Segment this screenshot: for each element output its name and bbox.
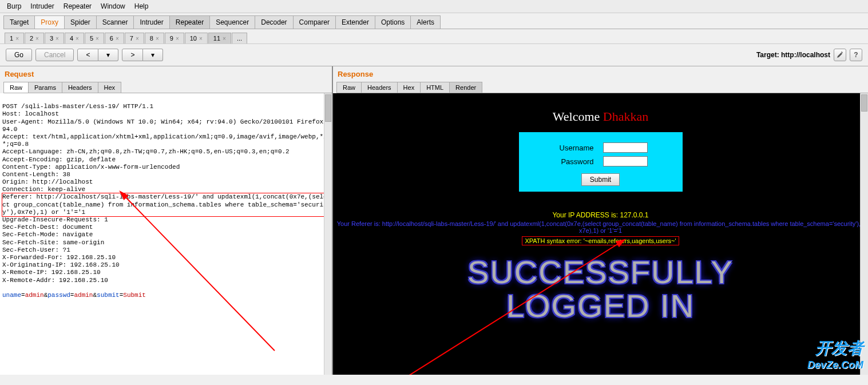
back-group: < ▾ <box>77 49 118 61</box>
back-dropdown-button[interactable]: ▾ <box>98 49 118 61</box>
request-post: Upgrade-Insecure-Requests: 1 Sec-Fetch-D… <box>2 216 120 284</box>
watermark: 开发者 DevZe.CoM <box>807 338 863 371</box>
request-title: Request <box>0 66 332 82</box>
repeater-tab-3[interactable]: 3× <box>45 33 64 43</box>
repeater-tab-9[interactable]: 9× <box>165 33 184 43</box>
request-view-params[interactable]: Params <box>28 82 62 93</box>
repeater-tab-1[interactable]: 1× <box>5 33 24 43</box>
close-icon[interactable]: × <box>116 35 119 42</box>
response-view-raw[interactable]: Raw <box>336 82 362 93</box>
repeater-tab-...[interactable]: ... <box>232 33 247 43</box>
param-uname: uname <box>2 292 21 299</box>
help-button[interactable]: ? <box>850 49 862 61</box>
response-view-headers[interactable]: Headers <box>361 82 398 93</box>
tab-decoder[interactable]: Decoder <box>255 15 293 29</box>
request-view-raw[interactable]: Raw <box>3 82 29 93</box>
request-scrollbar[interactable] <box>324 93 332 375</box>
request-view-tabs: RawParamsHeadersHex <box>3 82 332 93</box>
close-icon[interactable]: × <box>35 35 39 42</box>
repeater-tab-5[interactable]: 5× <box>85 33 104 43</box>
dhakkan: Dhakkan <box>603 109 648 124</box>
repeater-tab-8[interactable]: 8× <box>145 33 164 43</box>
close-icon[interactable]: × <box>76 35 79 42</box>
repeater-tab-2[interactable]: 2× <box>25 33 44 43</box>
main-tab-bar: TargetProxySpiderScannerIntruderRepeater… <box>3 15 868 29</box>
cancel-button[interactable]: Cancel <box>35 49 74 61</box>
menu-bar: Burp Intruder Repeater Window Help <box>0 0 868 13</box>
param-passwd: passwd <box>47 292 70 299</box>
response-render: Welcome Dhakkan Username Password Submit… <box>333 93 868 375</box>
val-submit: Submit <box>123 292 146 299</box>
request-view-hex[interactable]: Hex <box>98 82 122 93</box>
repeater-sub-tabs: 1×2×3×4×5×6×7×8×9×10×11×... <box>5 33 868 43</box>
menu-burp[interactable]: Burp <box>5 1 23 11</box>
menu-window[interactable]: Window <box>98 1 128 11</box>
svg-line-0 <box>125 196 275 351</box>
go-button[interactable]: Go <box>6 49 32 61</box>
close-icon[interactable]: × <box>96 35 99 42</box>
question-icon: ? <box>854 51 858 59</box>
back-button[interactable]: < <box>77 49 98 61</box>
close-icon[interactable]: × <box>176 35 179 42</box>
repeater-tab-11[interactable]: 11× <box>208 33 231 43</box>
toolbar: Go Cancel < ▾ > ▾ Target: http://localho… <box>0 43 868 66</box>
param-submit: submit <box>97 292 120 299</box>
password-input[interactable] <box>603 156 648 166</box>
edit-target-button[interactable] <box>834 49 846 61</box>
tab-proxy[interactable]: Proxy <box>34 15 65 29</box>
xpath-error-box: XPATH syntax error: '~emails,referers,ua… <box>522 236 679 245</box>
response-view-html[interactable]: HTML <box>420 82 450 93</box>
panels: Request RawParamsHeadersHex POST /sqli-l… <box>0 66 868 375</box>
ip-line: Your IP ADDRESS is: 127.0.0.1 <box>333 211 868 219</box>
val-admin2: admin <box>74 292 93 299</box>
username-input[interactable] <box>603 142 648 153</box>
response-panel: Response RawHeadersHexHTMLRender Welcome… <box>333 66 868 375</box>
login-submit-button[interactable]: Submit <box>581 173 620 186</box>
pencil-icon <box>837 51 843 58</box>
close-icon[interactable]: × <box>136 35 139 42</box>
response-view-hex[interactable]: Hex <box>397 82 421 93</box>
tab-options[interactable]: Options <box>375 15 411 29</box>
close-icon[interactable]: × <box>223 35 226 42</box>
request-referer-highlight: Referer: http://localhost/sqli-labs-mast… <box>2 193 330 216</box>
forward-button[interactable]: > <box>122 49 143 61</box>
tab-comparer[interactable]: Comparer <box>293 15 336 29</box>
forward-group: > ▾ <box>122 49 163 61</box>
welcome-text: Welcome Dhakkan <box>333 93 868 124</box>
close-icon[interactable]: × <box>156 35 159 42</box>
referer-line: Your Referer is: http://localhost/sqli-l… <box>333 220 868 234</box>
response-title: Response <box>333 66 868 82</box>
response-scrollbar[interactable] <box>860 93 868 375</box>
repeater-tab-10[interactable]: 10× <box>185 33 208 43</box>
login-box: Username Password Submit <box>519 132 683 192</box>
tab-spider[interactable]: Spider <box>64 15 97 29</box>
repeater-tab-7[interactable]: 7× <box>125 33 144 43</box>
tab-alerts[interactable]: Alerts <box>410 15 441 29</box>
tab-repeater[interactable]: Repeater <box>169 15 210 29</box>
request-panel: Request RawParamsHeadersHex POST /sqli-l… <box>0 66 333 375</box>
tab-intruder[interactable]: Intruder <box>133 15 169 29</box>
request-pre: POST /sqli-labs-master/Less-19/ HTTP/1.1… <box>2 103 327 193</box>
tab-target[interactable]: Target <box>3 15 35 29</box>
target-label: Target: http://localhost <box>756 51 830 59</box>
close-icon[interactable]: × <box>15 35 19 42</box>
logged-in-text: SUCCESSFULLY LOGGED IN <box>333 256 868 323</box>
repeater-tab-6[interactable]: 6× <box>105 33 124 43</box>
request-body[interactable]: POST /sqli-labs-master/Less-19/ HTTP/1.1… <box>0 93 332 375</box>
password-label: Password <box>554 157 594 166</box>
response-view-tabs: RawHeadersHexHTMLRender <box>336 82 868 93</box>
menu-help[interactable]: Help <box>132 1 151 11</box>
tab-scanner[interactable]: Scanner <box>96 15 134 29</box>
request-view-headers[interactable]: Headers <box>62 82 98 93</box>
menu-repeater[interactable]: Repeater <box>61 1 94 11</box>
menu-intruder[interactable]: Intruder <box>28 1 56 11</box>
forward-dropdown-button[interactable]: ▾ <box>143 49 163 61</box>
tab-extender[interactable]: Extender <box>335 15 375 29</box>
close-icon[interactable]: × <box>199 35 203 42</box>
close-icon[interactable]: × <box>56 35 59 42</box>
username-label: Username <box>554 144 594 152</box>
val-admin: admin <box>25 292 44 299</box>
response-view-render[interactable]: Render <box>449 82 482 93</box>
repeater-tab-4[interactable]: 4× <box>65 33 84 43</box>
tab-sequencer[interactable]: Sequencer <box>209 15 255 29</box>
